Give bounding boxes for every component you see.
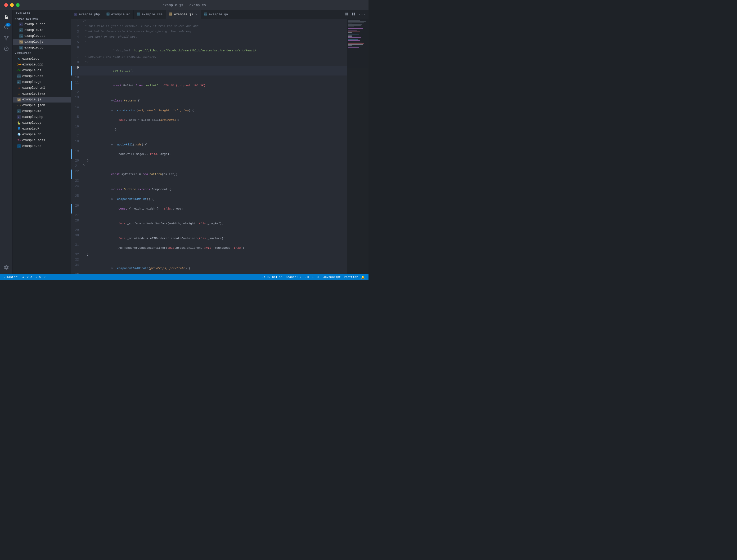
file-c-name: example.c — [22, 57, 39, 61]
c-icon: C — [17, 57, 21, 61]
file-go[interactable]: Go example.go — [13, 79, 71, 85]
open-editor-go[interactable]: Go example.go — [13, 45, 71, 51]
language-status[interactable]: JavaScript — [322, 275, 342, 279]
fold-18[interactable]: ⊖ — [111, 143, 113, 146]
code-line-24: 24 ⊖class Surface extends Component { — [71, 184, 347, 194]
file-c[interactable]: C example.c — [13, 56, 71, 62]
file-ts[interactable]: TS example.ts — [13, 143, 71, 149]
code-line-27: 27 — [71, 214, 347, 219]
tab-js-label: example.js — [174, 13, 193, 16]
examples-arrow: ▾ — [15, 52, 16, 55]
line-content-13: ⊖class Pattern { — [83, 96, 345, 105]
code-line-17: 17 — [71, 134, 347, 140]
warnings-status[interactable]: ⚠ 0 — [34, 274, 42, 280]
file-js[interactable]: JS example.js — [13, 97, 71, 103]
tab-js-close[interactable]: × — [195, 12, 197, 17]
file-scss[interactable]: Ss example.scss — [13, 137, 71, 143]
code-line-33: 33 — [71, 258, 347, 263]
fold-14[interactable]: ⊖ — [111, 109, 113, 112]
tab-php[interactable]: P example.php — [71, 10, 103, 19]
examples-group[interactable]: ▾ EXAMPLES — [13, 51, 71, 56]
sidebar: EXPLORER ▾ OPEN EDITORS P example.php M↓… — [13, 10, 71, 274]
line-num-32: 32 — [73, 253, 83, 258]
file-json[interactable]: {} example.json — [13, 103, 71, 108]
code-editor[interactable]: 1 /* 2 * This file is just an example. I… — [71, 19, 368, 274]
settings-activity-icon[interactable] — [2, 263, 11, 272]
html-icon: ◇ — [17, 86, 21, 90]
search-activity-icon[interactable]: 12 — [2, 23, 11, 32]
layout-button[interactable] — [351, 11, 357, 18]
tab-js[interactable]: JS example.js × — [166, 10, 201, 19]
encoding-label: UTF-8 — [305, 275, 314, 279]
file-html[interactable]: ◇ example.html — [13, 85, 71, 91]
formatter-status[interactable]: Prettier — [342, 275, 360, 279]
branch-status[interactable]: ⑂ master* — [2, 274, 20, 280]
scss-icon: Ss — [17, 138, 21, 143]
errors-label: ✕ 0 — [27, 275, 32, 279]
file-css[interactable]: CSS example.css — [13, 73, 71, 79]
svg-text:P: P — [18, 116, 19, 119]
file-md[interactable]: M↓ example.md — [13, 108, 71, 114]
rb-icon: 💎 — [17, 132, 21, 137]
minimize-button[interactable] — [10, 3, 14, 7]
line-content-33 — [83, 258, 345, 263]
bell-icon: 🔔 — [361, 275, 365, 279]
svg-text:Go: Go — [20, 47, 23, 50]
line-num-33: 33 — [73, 258, 83, 263]
tab-md[interactable]: M↓ example.md — [103, 10, 134, 19]
spaces-status[interactable]: Spaces: 2 — [284, 275, 303, 279]
bell-status[interactable]: 🔔 — [360, 275, 367, 279]
open-editor-md[interactable]: M↓ example.md — [13, 27, 71, 33]
status-bar: ⑂ master* ↺ ✕ 0 ⚠ 0 ⚡ Ln 9, Col 14 Space… — [0, 274, 368, 280]
tab-css[interactable]: CSS example.css — [134, 10, 166, 19]
git-activity-icon[interactable] — [2, 33, 11, 43]
fold-13[interactable]: ⊖ — [111, 99, 113, 102]
line-content-14: ⊖constructor(url, width, height, left, t… — [83, 105, 345, 115]
position-status[interactable]: Ln 9, Col 14 — [260, 275, 284, 279]
file-py[interactable]: 🐍 example.py — [13, 120, 71, 126]
code-line-30: 30 this._mountNode = ARTRenderer.createC… — [71, 234, 347, 243]
code-line-32: 32 } — [71, 253, 347, 258]
file-php[interactable]: P example.php — [13, 114, 71, 120]
file-rb[interactable]: 💎 example.rb — [13, 132, 71, 137]
encoding-status[interactable]: UTF-8 — [303, 275, 315, 279]
split-editor-button[interactable] — [344, 11, 350, 18]
close-button[interactable] — [4, 3, 8, 7]
open-editor-css[interactable]: CSS example.css — [13, 33, 71, 39]
lightning-status[interactable]: ⚡ — [42, 274, 47, 280]
fold-34[interactable]: ⊖ — [111, 267, 113, 270]
svg-text:JS: JS — [20, 41, 23, 44]
open-editor-js[interactable]: JS example.js — [13, 39, 71, 45]
eol-label: LF — [317, 275, 320, 279]
go-icon: Go — [17, 80, 21, 84]
ts-icon: TS — [17, 144, 21, 148]
tab-go[interactable]: Go example.go — [201, 10, 231, 19]
fold-24[interactable]: ⊖ — [111, 188, 113, 191]
line-num-24: 24 — [73, 184, 83, 194]
file-r[interactable]: R example.R — [13, 126, 71, 132]
sync-status[interactable]: ↺ — [20, 274, 25, 280]
line-content-27 — [83, 214, 345, 219]
js-icon: JS — [17, 97, 21, 102]
errors-status[interactable]: ✕ 0 — [25, 274, 34, 280]
line-num-9: 9 — [73, 66, 83, 75]
file-cpp[interactable]: C++ example.cpp — [13, 62, 71, 68]
explorer-section-title: EXPLORER — [13, 10, 71, 16]
code-line-14: 14 ⊖constructor(url, width, height, left… — [71, 105, 347, 115]
open-editor-php[interactable]: P example.php — [13, 21, 71, 27]
explorer-activity-icon[interactable] — [2, 12, 11, 22]
file-js-name: example.js — [22, 98, 41, 101]
file-cs[interactable]: C# example.cs — [13, 68, 71, 73]
debug-activity-icon[interactable] — [2, 44, 11, 54]
line-num-31: 31 — [73, 243, 83, 253]
line-num-6: 6 — [73, 46, 83, 55]
app-layout: 12 EXPLORER ▾ OPEN EDITORS P example.php — [0, 10, 368, 274]
maximize-button[interactable] — [16, 3, 20, 7]
more-actions-button[interactable]: ··· — [358, 11, 367, 18]
tab-css-icon: CSS — [137, 12, 140, 17]
open-editors-group[interactable]: ▾ OPEN EDITORS — [13, 16, 71, 21]
file-java[interactable]: ☕ example.java — [13, 91, 71, 97]
code-line-1: 1 /* — [71, 19, 347, 25]
fold-25[interactable]: ⊖ — [111, 198, 113, 201]
eol-status[interactable]: LF — [315, 275, 322, 279]
